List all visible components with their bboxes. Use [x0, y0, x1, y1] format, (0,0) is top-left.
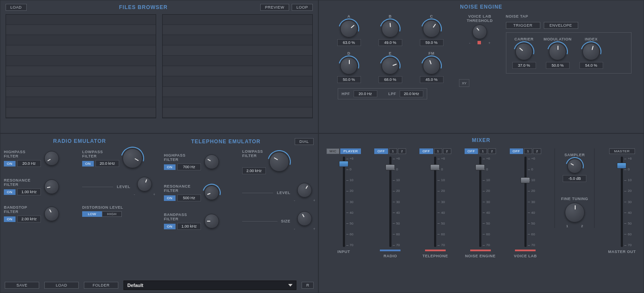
- knob-b-label: B: [389, 14, 392, 19]
- telephone-2-button[interactable]: 2: [443, 148, 451, 154]
- lpf-value[interactable]: 20.0 kHz: [400, 90, 423, 97]
- sampler-knob[interactable]: [567, 159, 582, 173]
- radio-bandstop-on[interactable]: ON: [4, 216, 15, 222]
- master-button[interactable]: MASTER: [609, 148, 635, 154]
- knob-c[interactable]: [423, 20, 440, 37]
- fine-tuning-label: FINE TUNING: [561, 197, 588, 201]
- knob-b[interactable]: [382, 20, 399, 37]
- distortion-low-button[interactable]: LOW: [82, 211, 102, 217]
- tel-highpass-on[interactable]: ON: [164, 164, 176, 170]
- fine-tuning-knob[interactable]: [565, 203, 585, 222]
- mic-button[interactable]: MIC: [327, 148, 339, 154]
- preview-button[interactable]: PREVIEW: [260, 4, 289, 11]
- radio-lowpass-on[interactable]: ON: [82, 161, 94, 167]
- preset-r-button[interactable]: R: [302, 282, 314, 289]
- noise-1-button[interactable]: 1: [479, 148, 487, 154]
- tel-resonance-label: RESONANCEFILTER: [164, 184, 201, 193]
- knob-e-value: 68.0 %: [379, 76, 402, 83]
- radio-led: [380, 250, 401, 251]
- envelope-button[interactable]: ENVELOPE: [544, 22, 578, 29]
- tel-size-label: SIZE: [281, 219, 290, 223]
- radio-1-button[interactable]: 1: [389, 148, 397, 154]
- noise-off-button[interactable]: OFF: [465, 148, 478, 154]
- radio-highpass-knob[interactable]: [44, 151, 59, 166]
- channel-master: MASTER +6010203040506070 MASTER OUT: [608, 148, 636, 254]
- tel-level-knob[interactable]: [297, 183, 312, 197]
- fine-2: 2: [581, 224, 583, 228]
- index-knob[interactable]: [582, 43, 600, 60]
- tel-resonance-on[interactable]: ON: [164, 195, 176, 201]
- hpf-value[interactable]: 20.0 Hz: [354, 90, 377, 97]
- master-out-label: MASTER OUT: [608, 250, 636, 254]
- knob-c-value: 59.0 %: [420, 39, 444, 46]
- preset-select[interactable]: Default: [123, 281, 296, 290]
- radio-level-knob[interactable]: [137, 177, 152, 191]
- voice-lab-threshold-knob[interactable]: [472, 25, 487, 39]
- knob-a-label: A: [348, 14, 351, 19]
- preset-load-button[interactable]: LOAD: [44, 282, 79, 289]
- loop-button[interactable]: LOOP: [292, 4, 313, 11]
- xy-button[interactable]: XY: [459, 79, 469, 87]
- tel-bandpass-on[interactable]: ON: [164, 224, 176, 229]
- modulation-label: MODULATION: [544, 37, 572, 41]
- tel-size-knob[interactable]: [297, 211, 312, 226]
- tel-highpass-value[interactable]: 700 Hz: [177, 163, 201, 170]
- modulation-knob[interactable]: [549, 43, 566, 60]
- tel-lowpass-value[interactable]: 2.00 kHz: [242, 167, 266, 174]
- tel-resonance-knob[interactable]: [204, 185, 219, 200]
- telephone-off-button[interactable]: OFF: [419, 148, 433, 154]
- file-list-left[interactable]: [6, 14, 156, 118]
- radio-highpass-value[interactable]: 20.0 Hz: [17, 160, 41, 167]
- distortion-high-button[interactable]: HIGH: [102, 211, 122, 217]
- radio-lowpass-value[interactable]: 20.0 kHz: [96, 160, 119, 167]
- dial-button[interactable]: DIAL: [295, 138, 314, 145]
- input-fader[interactable]: [343, 157, 345, 247]
- preset-save-button[interactable]: SAVE: [5, 282, 39, 289]
- preset-folder-button[interactable]: FOLDER: [84, 282, 118, 289]
- noise-2-button[interactable]: 2: [488, 148, 496, 154]
- tel-resonance-value[interactable]: 500 Hz: [177, 194, 201, 201]
- telephone-ch-label: TELEPHONE: [422, 254, 448, 258]
- radio-resonance-knob[interactable]: [44, 179, 59, 194]
- radio-highpass-label: HIGHPASSFILTER: [4, 150, 41, 158]
- voicelab-ch-label: VOICE LAB: [514, 254, 537, 258]
- file-list-right[interactable]: [162, 14, 313, 118]
- tel-bandpass-knob[interactable]: [204, 214, 219, 228]
- knob-fm[interactable]: [423, 57, 440, 74]
- player-button[interactable]: PLAYER: [340, 148, 361, 154]
- tel-lowpass-label: LOWPASSFILTER: [242, 149, 266, 158]
- telephone-fader[interactable]: [434, 157, 436, 247]
- noise-tap-label: NOISE TAP: [506, 14, 632, 19]
- tel-bandpass-value[interactable]: 1.00 kHz: [177, 223, 201, 230]
- tel-highpass-knob[interactable]: [204, 154, 219, 169]
- master-fader[interactable]: [621, 157, 623, 247]
- knob-a-value: 63.0 %: [337, 39, 361, 46]
- radio-2-button[interactable]: 2: [398, 148, 406, 154]
- voicelab-1-button[interactable]: 1: [524, 148, 532, 154]
- voicelab-2-button[interactable]: 2: [533, 148, 541, 154]
- radio-resonance-label: RESONANCEFILTER: [4, 178, 41, 187]
- knob-e[interactable]: [382, 57, 399, 74]
- knob-a[interactable]: [340, 20, 357, 37]
- sampler-label: SAMPLER: [564, 153, 585, 157]
- radio-resonance-value[interactable]: 1.00 kHz: [17, 188, 41, 195]
- radio-emulator: RADIO EMULATOR HIGHPASSFILTER ON 20.0 Hz: [4, 136, 155, 231]
- knob-d[interactable]: [340, 57, 357, 74]
- radio-resonance-on[interactable]: ON: [4, 189, 15, 195]
- load-button[interactable]: LOAD: [6, 4, 27, 11]
- tel-lowpass-knob[interactable]: [269, 152, 289, 172]
- noise-fader[interactable]: [479, 157, 481, 247]
- knob-d-value: 50.0 %: [337, 76, 361, 83]
- trigger-button[interactable]: TRIGGER: [506, 22, 540, 29]
- carrier-knob[interactable]: [515, 43, 533, 60]
- radio-highpass-on[interactable]: ON: [4, 161, 15, 167]
- radio-off-button[interactable]: OFF: [374, 148, 388, 154]
- voicelab-fader[interactable]: [524, 157, 527, 247]
- radio-lowpass-knob[interactable]: [123, 148, 142, 168]
- telephone-1-button[interactable]: 1: [434, 148, 442, 154]
- radio-bandstop-knob[interactable]: [44, 207, 59, 221]
- voicelab-off-button[interactable]: OFF: [510, 148, 524, 154]
- radio-bandstop-value[interactable]: 2.00 kHz: [17, 216, 41, 222]
- knob-fm-value: 45.0 %: [420, 76, 444, 83]
- radio-fader[interactable]: [389, 157, 391, 247]
